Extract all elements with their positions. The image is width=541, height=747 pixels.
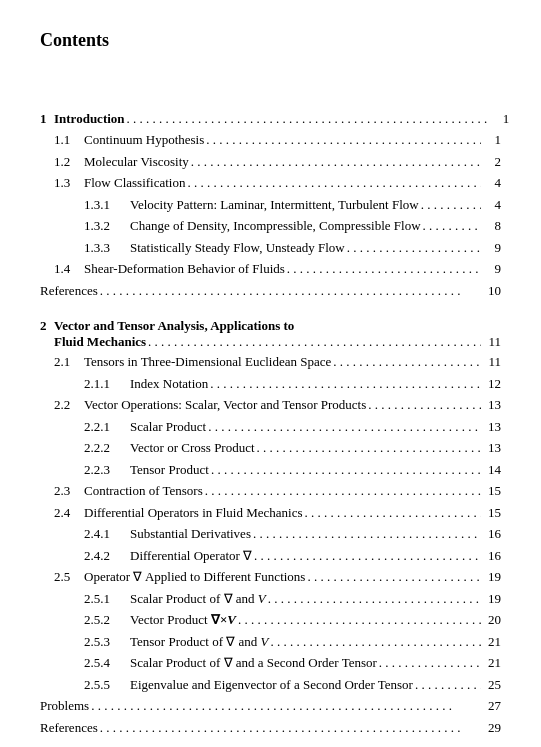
section-2-3: 2.3 Contraction of Tensors 15 bbox=[40, 481, 501, 501]
s2-5-2-title: Vector Product ∇×V bbox=[130, 610, 236, 630]
section-1-3-3: 1.3.3 Statistically Steady Flow, Unstead… bbox=[40, 238, 501, 258]
s2-5-dots bbox=[305, 567, 481, 587]
s2-5-3-dots bbox=[268, 632, 481, 652]
chapter-1-row: 1 Introduction 1 bbox=[40, 111, 501, 127]
s1-3-3-dots bbox=[345, 238, 481, 258]
s2-5-4-dots bbox=[377, 653, 481, 673]
s1-3-2-dots bbox=[421, 216, 481, 236]
section-2-5-4: 2.5.4 Scalar Product of ∇ and a Second O… bbox=[40, 653, 501, 673]
s2-5-5-num: 2.5.5 bbox=[84, 675, 130, 695]
ch2-problems-label: Problems bbox=[40, 696, 89, 716]
section-1-4: 1.4 Shear-Deformation Behavior of Fluids… bbox=[40, 259, 501, 279]
s2-5-5-title: Eigenvalue and Eigenvector of a Second O… bbox=[130, 675, 413, 695]
ch2-problems: Problems 27 bbox=[40, 696, 501, 716]
s2-4-2-title: Differential Operator ∇ bbox=[130, 546, 252, 566]
s2-1-page: 11 bbox=[481, 352, 501, 372]
s2-5-2-num: 2.5.2 bbox=[84, 610, 130, 630]
section-2-4-2: 2.4.2 Differential Operator ∇ 16 bbox=[40, 546, 501, 566]
s2-1-1-title: Index Notation bbox=[130, 374, 208, 394]
ch1-title-wrap: Introduction 1 bbox=[54, 111, 509, 127]
s2-5-3-title: Tensor Product of ∇ and V bbox=[130, 632, 268, 652]
s2-2-title: Vector Operations: Scalar, Vector and Te… bbox=[84, 395, 366, 415]
s2-5-num: 2.5 bbox=[54, 567, 84, 587]
s2-5-page: 19 bbox=[481, 567, 501, 587]
s2-4-1-num: 2.4.1 bbox=[84, 524, 130, 544]
s2-3-num: 2.3 bbox=[54, 481, 84, 501]
s2-5-3-page: 21 bbox=[481, 632, 501, 652]
s2-2-3-dots bbox=[209, 460, 481, 480]
s2-5-4-num: 2.5.4 bbox=[84, 653, 130, 673]
ch2-title-text1: Vector and Tensor Analysis, Applications… bbox=[54, 318, 294, 334]
s2-5-title: Operator ∇ Applied to Different Function… bbox=[84, 567, 305, 587]
s1-1-dots bbox=[204, 130, 481, 150]
s2-4-2-dots bbox=[252, 546, 481, 566]
ch2-page: 11 bbox=[481, 334, 501, 350]
s1-3-1-page: 4 bbox=[481, 195, 501, 215]
s2-4-page: 15 bbox=[481, 503, 501, 523]
s2-5-1-page: 19 bbox=[481, 589, 501, 609]
ch1-refs-label: References bbox=[40, 281, 98, 301]
s2-5-1-dots bbox=[266, 589, 481, 609]
s2-1-title: Tensors in Three-Dimensional Euclidean S… bbox=[84, 352, 331, 372]
s2-4-1-title: Substantial Derivatives bbox=[130, 524, 251, 544]
s1-3-1-title: Velocity Pattern: Laminar, Intermittent,… bbox=[130, 195, 419, 215]
s1-4-dots bbox=[285, 259, 481, 279]
s1-3-title: Flow Classification bbox=[84, 173, 185, 193]
s2-5-3-num: 2.5.3 bbox=[84, 632, 130, 652]
section-2-5: 2.5 Operator ∇ Applied to Different Func… bbox=[40, 567, 501, 587]
s2-2-3-num: 2.2.3 bbox=[84, 460, 130, 480]
s1-2-page: 2 bbox=[481, 152, 501, 172]
section-1-3-2: 1.3.2 Change of Density, Incompressible,… bbox=[40, 216, 501, 236]
s2-2-2-num: 2.2.2 bbox=[84, 438, 130, 458]
s1-4-title: Shear-Deformation Behavior of Fluids bbox=[84, 259, 285, 279]
ch1-page: 1 bbox=[489, 111, 509, 127]
s2-4-title: Differential Operators in Fluid Mechanic… bbox=[84, 503, 303, 523]
s2-1-num: 2.1 bbox=[54, 352, 84, 372]
section-2-2-2: 2.2.2 Vector or Cross Product 13 bbox=[40, 438, 501, 458]
ch1-refs-dots bbox=[98, 281, 481, 301]
ch2-num: 2 bbox=[40, 318, 54, 334]
s2-3-title: Contraction of Tensors bbox=[84, 481, 203, 501]
s2-1-dots bbox=[331, 352, 481, 372]
s2-5-4-title: Scalar Product of ∇ and a Second Order T… bbox=[130, 653, 377, 673]
ch1-title: Introduction bbox=[54, 111, 125, 127]
ch2-title-line2: Fluid Mechanics 11 bbox=[54, 334, 501, 350]
s1-3-num: 1.3 bbox=[54, 173, 84, 193]
s2-1-1-page: 12 bbox=[481, 374, 501, 394]
s1-3-2-page: 8 bbox=[481, 216, 501, 236]
s2-5-1-num: 2.5.1 bbox=[84, 589, 130, 609]
ch1-dots bbox=[125, 111, 490, 127]
s2-2-num: 2.2 bbox=[54, 395, 84, 415]
page-title: Contents bbox=[40, 30, 501, 51]
s2-4-dots bbox=[303, 503, 481, 523]
s2-5-1-title: Scalar Product of ∇ and V bbox=[130, 589, 266, 609]
s2-5-5-page: 25 bbox=[481, 675, 501, 695]
s2-2-1-dots bbox=[206, 417, 481, 437]
s1-3-1-dots bbox=[419, 195, 481, 215]
s1-4-page: 9 bbox=[481, 259, 501, 279]
ch2-refs-dots bbox=[98, 718, 481, 738]
s2-1-1-dots bbox=[208, 374, 481, 394]
section-2-1-1: 2.1.1 Index Notation 12 bbox=[40, 374, 501, 394]
section-2-5-1: 2.5.1 Scalar Product of ∇ and V 19 bbox=[40, 589, 501, 609]
chapter-1-section: 1 Introduction 1 1.1 Continuum Hypothesi… bbox=[40, 111, 501, 300]
section-2-5-5: 2.5.5 Eigenvalue and Eigenvector of a Se… bbox=[40, 675, 501, 695]
s2-4-1-dots bbox=[251, 524, 481, 544]
s2-1-1-num: 2.1.1 bbox=[84, 374, 130, 394]
section-2-5-3: 2.5.3 Tensor Product of ∇ and V 21 bbox=[40, 632, 501, 652]
s2-2-2-page: 13 bbox=[481, 438, 501, 458]
s2-2-1-page: 13 bbox=[481, 417, 501, 437]
ch2-title-line1: Vector and Tensor Analysis, Applications… bbox=[54, 318, 501, 334]
section-1-2: 1.2 Molecular Viscosity 2 bbox=[40, 152, 501, 172]
s2-2-2-title: Vector or Cross Product bbox=[130, 438, 255, 458]
s1-2-dots bbox=[189, 152, 481, 172]
section-1-3: 1.3 Flow Classification 4 bbox=[40, 173, 501, 193]
ch1-references: References 10 bbox=[40, 281, 501, 301]
ch2-title-block: Vector and Tensor Analysis, Applications… bbox=[54, 318, 501, 350]
s1-1-page: 1 bbox=[481, 130, 501, 150]
s1-4-num: 1.4 bbox=[54, 259, 84, 279]
s2-4-num: 2.4 bbox=[54, 503, 84, 523]
s2-2-3-title: Tensor Product bbox=[130, 460, 209, 480]
s2-2-page: 13 bbox=[481, 395, 501, 415]
s1-3-2-num: 1.3.2 bbox=[84, 216, 130, 236]
